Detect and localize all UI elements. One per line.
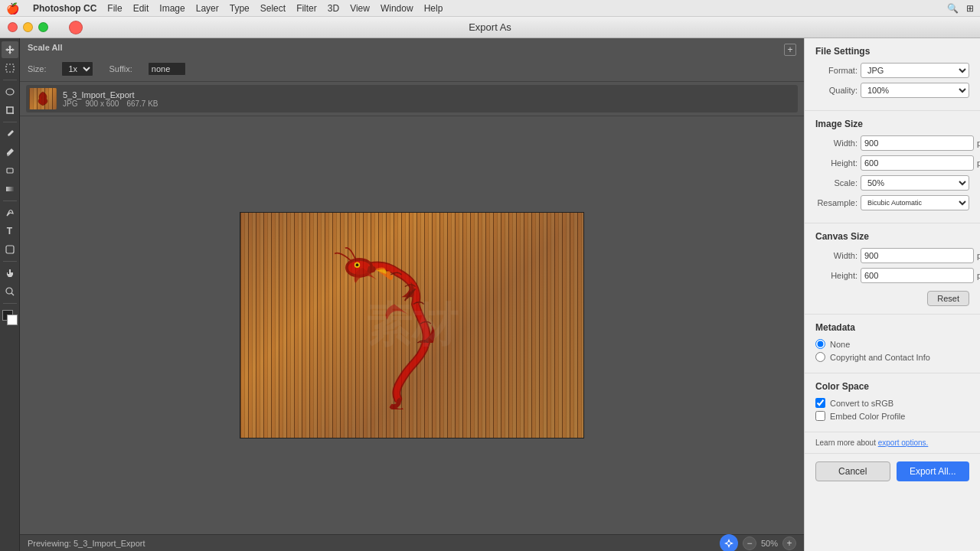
resample-select[interactable]: Bicubic Automatic Bicubic Bilinear Neare… — [861, 195, 969, 210]
preview-image: 素材 — [240, 212, 584, 439]
crop-tool[interactable] — [2, 102, 18, 119]
export-options-link[interactable]: export options. — [878, 439, 929, 447]
apple-menu[interactable]: 🍎 — [6, 2, 19, 15]
foreground-color[interactable] — [2, 310, 18, 325]
app-name: Photoshop CC — [33, 3, 96, 14]
zoom-control: − 50% + — [720, 534, 796, 552]
canvas-width-input[interactable] — [861, 248, 974, 263]
select-tool[interactable] — [2, 60, 18, 77]
zoom-tool[interactable] — [2, 283, 18, 300]
export-all-button[interactable]: Export All... — [897, 461, 970, 481]
embed-profile-checkbox[interactable] — [815, 411, 825, 421]
img-height-input[interactable] — [861, 155, 974, 171]
none-radio-row: None — [815, 339, 969, 349]
scale-label-right: Scale: — [815, 178, 858, 187]
quality-row: Quality: 100% 90% 80% 70% — [815, 83, 969, 98]
tool-divider-1 — [3, 80, 17, 80]
format-select[interactable]: JPG PNG GIF SVG WebP — [861, 63, 969, 78]
format-label: Format: — [815, 66, 858, 75]
canvas-width-row: Width: px — [815, 248, 969, 263]
scale-title: Scale All — [28, 43, 62, 52]
none-radio-label: None — [830, 340, 850, 349]
menu-3d[interactable]: 3D — [328, 3, 339, 14]
menu-select[interactable]: Select — [260, 3, 286, 14]
format-row: Format: JPG PNG GIF SVG WebP — [815, 63, 969, 78]
menu-file[interactable]: File — [107, 3, 122, 14]
file-name: 5_3_Import_Export — [63, 90, 795, 99]
menu-type[interactable]: Type — [230, 3, 250, 14]
svg-line-6 — [11, 293, 14, 295]
file-meta: JPG 900 x 600 667.7 KB — [63, 99, 795, 108]
hand-tool[interactable] — [2, 265, 18, 282]
file-item[interactable]: 5_3_Import_Export JPG 900 x 600 667.7 KB — [26, 85, 798, 112]
canvas-height-input[interactable] — [861, 268, 974, 283]
color-space-title: Color Space — [815, 381, 969, 392]
resample-row: Resample: Bicubic Automatic Bicubic Bili… — [815, 195, 969, 210]
zoom-in-button[interactable]: + — [782, 536, 796, 550]
extra-close-button[interactable] — [69, 21, 83, 34]
ps-content: T — [0, 38, 980, 551]
scale-select-right[interactable]: 50% 100% 200% — [861, 175, 969, 191]
grid-icon[interactable]: ⊞ — [966, 3, 974, 14]
brush-tool[interactable] — [2, 144, 18, 161]
search-icon[interactable]: 🔍 — [947, 3, 959, 14]
file-dimensions: 900 x 600 — [85, 99, 119, 108]
quality-select[interactable]: 100% 90% 80% 70% — [861, 83, 969, 98]
menu-window[interactable]: Window — [381, 3, 413, 14]
tool-divider-2 — [3, 122, 17, 122]
menu-layer[interactable]: Layer — [196, 3, 219, 14]
canvas-height-row: Height: px — [815, 268, 969, 283]
shape-tool[interactable] — [2, 241, 18, 258]
img-width-input[interactable] — [861, 135, 974, 151]
learn-more-text: Learn more about — [815, 439, 878, 447]
metadata-section: Metadata None Copyright and Contact Info — [805, 315, 980, 373]
dragon-image — [305, 241, 519, 409]
tool-divider-5 — [3, 303, 17, 304]
move-tool[interactable] — [2, 41, 18, 58]
file-type: JPG — [63, 99, 77, 108]
eyedropper-tool[interactable] — [2, 126, 18, 142]
img-height-unit: px — [977, 158, 980, 168]
menu-image[interactable]: Image — [159, 3, 185, 14]
pen-tool[interactable] — [2, 204, 18, 221]
preview-area: 素材 — [20, 116, 804, 534]
menu-filter[interactable]: Filter — [296, 3, 317, 14]
size-label: Size: — [28, 64, 46, 73]
canvas-width-label: Width: — [815, 251, 858, 260]
file-list: 5_3_Import_Export JPG 900 x 600 667.7 KB — [20, 82, 804, 116]
cancel-button[interactable]: Cancel — [815, 461, 890, 481]
lasso-tool[interactable] — [2, 83, 18, 100]
status-bar: Previewing: 5_3_Import_Export − 50% + — [20, 534, 804, 551]
panel-footer: Cancel Export All... — [805, 454, 980, 489]
right-panel: File Settings Format: JPG PNG GIF SVG We… — [804, 38, 980, 551]
reset-button[interactable]: Reset — [927, 291, 969, 306]
convert-srgb-label: Convert to sRGB — [830, 399, 893, 408]
eraser-tool[interactable] — [2, 162, 18, 179]
suffix-input[interactable] — [148, 62, 186, 76]
svg-point-10 — [356, 263, 359, 266]
maximize-button[interactable] — [38, 22, 48, 32]
size-select[interactable]: 1x 2x 3x — [61, 61, 93, 77]
file-info: 5_3_Import_Export JPG 900 x 600 667.7 KB — [63, 90, 795, 108]
scale-row: Size: 1x 2x 3x Suffix: — [28, 61, 796, 77]
menu-edit[interactable]: Edit — [133, 3, 149, 14]
convert-srgb-checkbox[interactable] — [815, 398, 825, 408]
gradient-tool[interactable] — [2, 181, 18, 197]
canvas-height-unit: px — [977, 271, 980, 280]
minimize-button[interactable] — [23, 22, 33, 32]
copyright-radio[interactable] — [815, 352, 825, 362]
copyright-radio-label: Copyright and Contact Info — [830, 353, 930, 362]
close-button[interactable] — [8, 22, 18, 32]
none-radio[interactable] — [815, 339, 825, 349]
menu-help[interactable]: Help — [424, 3, 443, 14]
text-tool[interactable]: T — [2, 223, 18, 240]
menu-view[interactable]: View — [350, 3, 370, 14]
learn-more: Learn more about export options. — [805, 432, 980, 454]
file-settings-title: File Settings — [815, 46, 969, 57]
img-width-label: Width: — [815, 139, 858, 148]
add-scale-button[interactable]: + — [784, 44, 796, 56]
navigator-icon — [720, 534, 738, 552]
zoom-out-button[interactable]: − — [743, 536, 756, 550]
img-height-row: Height: px — [815, 155, 969, 171]
quality-label: Quality: — [815, 86, 858, 95]
